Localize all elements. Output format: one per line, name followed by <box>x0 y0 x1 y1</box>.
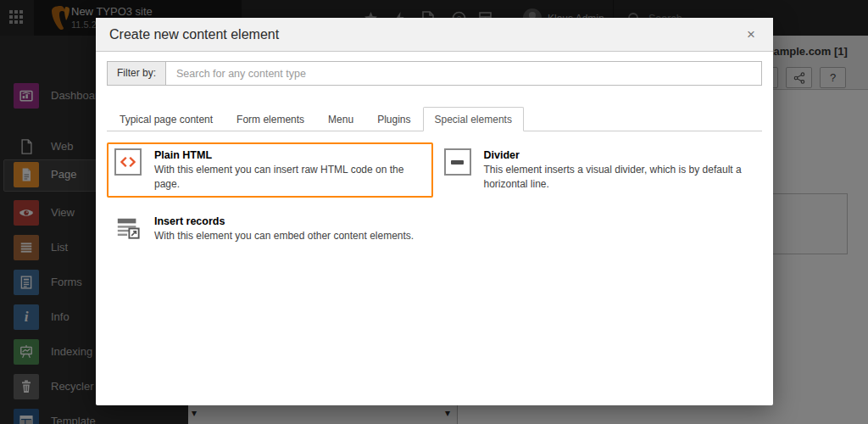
insert-records-icon <box>114 215 142 242</box>
modal-title: Create new content element <box>96 18 773 52</box>
create-content-element-modal: Create new content element × Filter by: … <box>96 18 773 405</box>
element-divider[interactable]: Divider This element inserts a visual di… <box>437 142 763 198</box>
tab-form-elements[interactable]: Form elements <box>225 107 316 131</box>
content-type-search-input[interactable] <box>165 61 762 86</box>
close-icon[interactable]: × <box>736 18 766 52</box>
modal-header: Create new content element × <box>96 18 773 52</box>
filter-by-label: Filter by: <box>107 61 165 86</box>
element-description: This element inserts a visual divider, w… <box>484 163 755 192</box>
html-code-icon <box>114 148 142 176</box>
tab-menu[interactable]: Menu <box>316 107 365 131</box>
typo3-backend: New TYPO3 site 11.5.2 ? Klaus Admin <box>0 0 868 424</box>
tab-plugins[interactable]: Plugins <box>365 107 422 131</box>
element-plain-html[interactable]: Plain HTML With this element you can ins… <box>107 142 433 198</box>
filter-bar: Filter by: <box>107 61 762 86</box>
element-insert-records[interactable]: Insert records With this element you can… <box>107 209 433 249</box>
modal-body: Filter by: Typical page content Form ele… <box>96 52 773 249</box>
element-title: Plain HTML <box>154 148 426 163</box>
tab-typical-page-content[interactable]: Typical page content <box>108 107 225 131</box>
element-title: Insert records <box>154 215 414 229</box>
element-title: Divider <box>484 148 755 163</box>
content-element-tabs: Typical page content Form elements Menu … <box>107 107 762 131</box>
element-description: With this element you can insert raw HTM… <box>154 163 426 192</box>
element-description: With this element you can embed other co… <box>154 229 414 243</box>
content-element-list: Plain HTML With this element you can ins… <box>107 142 762 249</box>
divider-icon <box>444 148 471 176</box>
tab-special-elements[interactable]: Special elements <box>423 107 524 131</box>
